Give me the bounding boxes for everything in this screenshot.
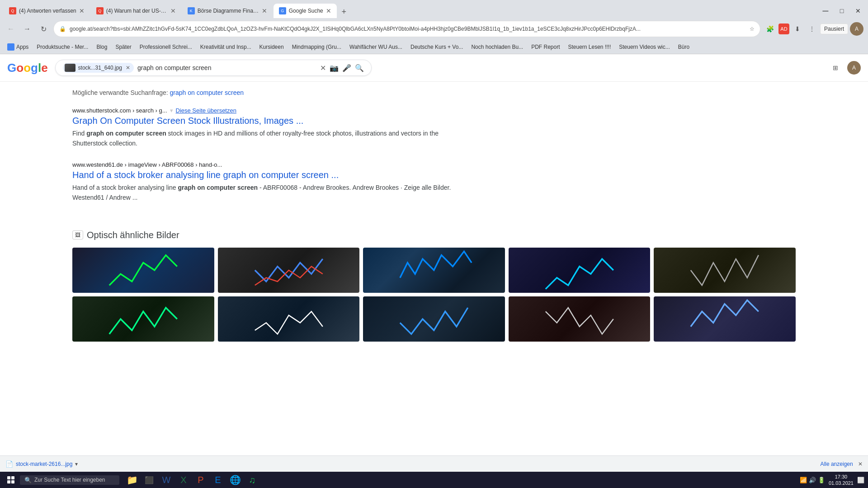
tab-1-title: (4) Antworten verfassen xyxy=(19,8,76,14)
extensions-button[interactable]: 🧩 xyxy=(764,23,777,35)
minimize-button[interactable]: ─ xyxy=(819,5,832,17)
menu-button[interactable]: ⋮ xyxy=(806,23,818,35)
bookmark-kreativitaet[interactable]: Kreativität und Insp... xyxy=(197,42,255,52)
reload-button[interactable]: ↻ xyxy=(37,23,50,35)
taskbar-app-edge[interactable]: E xyxy=(211,473,225,487)
profile-avatar[interactable]: A xyxy=(850,22,863,36)
bookmark-blog[interactable]: Blog xyxy=(93,42,111,52)
similar-image-9[interactable] xyxy=(509,296,651,342)
bookmark-buero[interactable]: Büro xyxy=(675,42,693,52)
user-avatar[interactable]: A xyxy=(847,61,861,75)
camera-search-icon[interactable]: 📷 xyxy=(330,64,339,72)
bookmark-deutsche-kurs[interactable]: Deutsche Kurs + Vo... xyxy=(407,42,467,52)
result-2-site-text: www.westend61.de › imageView › ABRF00068… xyxy=(72,161,222,168)
similar-images-section: 🖼 Optisch ähnliche Bilder xyxy=(0,223,868,352)
google-logo: G o o g l e xyxy=(7,61,48,75)
result-1-translate-link[interactable]: Diese Seite übersetzen xyxy=(176,107,236,114)
forward-button[interactable]: → xyxy=(21,23,33,35)
word-icon: W xyxy=(162,475,171,485)
bookmark-pdf-report[interactable]: PDF Report xyxy=(528,42,563,52)
similar-image-4[interactable] xyxy=(509,248,651,293)
tab-3-close[interactable]: ✕ xyxy=(262,7,267,14)
tab-4-active[interactable]: G Google Suche ✕ xyxy=(274,4,337,18)
bookmark-spaeter[interactable]: Später xyxy=(112,42,135,52)
taskbar-clock[interactable]: 17:30 01.03.2021 xyxy=(829,474,854,487)
lock-icon: 🔒 xyxy=(59,26,66,32)
bookmark-produktsuche[interactable]: Produktsuche - Mer... xyxy=(33,42,92,52)
new-tab-button[interactable]: + xyxy=(338,5,350,18)
adblocker-icon[interactable]: AD xyxy=(778,23,789,34)
taskbar-app-chrome[interactable]: 🌐 xyxy=(228,473,242,487)
result-2-title-link[interactable]: Hand of a stock broker analysing line gr… xyxy=(72,169,470,181)
result-1-snippet-text1: Find xyxy=(72,130,86,137)
taskbar-app-taskview[interactable]: ⬛ xyxy=(142,473,156,487)
search-box[interactable]: stock...31_640.jpg ✕ ✕ 📷 🎤 🔍 xyxy=(55,60,372,76)
download-caret-icon[interactable]: ▾ xyxy=(75,461,78,467)
related-query: Mögliche verwandte Suchanfrage: graph on… xyxy=(72,89,470,96)
pause-button[interactable]: Pausiert xyxy=(820,23,848,34)
similar-image-5[interactable] xyxy=(654,248,796,293)
bookmark-apps[interactable]: Apps xyxy=(4,42,32,52)
taskbar-date-text: 01.03.2021 xyxy=(829,480,854,486)
similar-image-7[interactable] xyxy=(218,296,360,342)
taskbar-app-word[interactable]: W xyxy=(159,473,174,487)
similar-image-10[interactable] xyxy=(654,296,796,342)
volume-icon[interactable]: 🔊 xyxy=(809,477,816,483)
bookmark-mindmapping[interactable]: Mindmapping (Gru... xyxy=(288,42,345,52)
taskbar-app-excel[interactable]: X xyxy=(176,473,191,487)
back-button[interactable]: ← xyxy=(5,23,17,35)
bookmark-kursideen[interactable]: Kursideen xyxy=(256,42,288,52)
tab-2-favicon: Q xyxy=(96,7,104,14)
similar-image-3[interactable] xyxy=(363,248,505,293)
mic-search-icon[interactable]: 🎤 xyxy=(342,64,351,72)
start-button[interactable] xyxy=(4,473,18,487)
clear-search-icon[interactable]: ✕ xyxy=(320,64,326,72)
apps-grid-icon[interactable]: ⊞ xyxy=(829,61,842,74)
bookmark-hochladen-label: Noch hochladen Bu... xyxy=(471,44,523,50)
close-button[interactable]: ✕ xyxy=(852,5,864,17)
related-query-link[interactable]: graph on computer screen xyxy=(170,89,244,96)
similar-image-8[interactable] xyxy=(363,296,505,342)
search-submit-icon[interactable]: 🔍 xyxy=(355,64,364,72)
image-search-chip[interactable]: stock...31_640.jpg ✕ xyxy=(63,63,134,73)
result-2-site: www.westend61.de › imageView › ABRF00068… xyxy=(72,161,470,168)
bookmark-steuern-videos[interactable]: Steuern Videos wic... xyxy=(615,42,674,52)
download-icon[interactable]: ⬇ xyxy=(791,23,804,35)
tab-2[interactable]: Q (4) Warum hat der US-Aktienm... ✕ xyxy=(91,4,181,18)
taskbar-app-file-explorer[interactable]: 📁 xyxy=(125,473,139,487)
battery-icon[interactable]: 🔋 xyxy=(818,477,825,483)
image-chip-close-icon[interactable]: ✕ xyxy=(126,65,130,71)
taskbar-search[interactable]: 🔍 Zur Suche Text hier eingeben xyxy=(20,475,119,485)
bookmark-wahlfaecher[interactable]: Wahlfächer WU Aus... xyxy=(346,42,406,52)
similar-image-2[interactable] xyxy=(218,248,360,293)
similar-image-6[interactable] xyxy=(72,296,214,342)
similar-image-10-preview xyxy=(654,296,796,342)
maximize-button[interactable]: □ xyxy=(835,5,848,17)
address-bar[interactable]: 🔒 google.at/search?tbs=sbi:AMhZZitc1hGvF… xyxy=(53,21,760,37)
bookmark-star-icon[interactable]: ☆ xyxy=(750,26,755,32)
similar-image-5-preview xyxy=(654,248,796,293)
taskbar-app-spotify[interactable]: ♫ xyxy=(245,473,259,487)
tab-4-close[interactable]: ✕ xyxy=(326,7,331,14)
similar-image-1[interactable] xyxy=(72,248,214,293)
search-input[interactable] xyxy=(137,64,316,71)
result-1-title-link[interactable]: Graph On Computer Screen Stock Illustrat… xyxy=(72,115,470,127)
close-download-bar-icon[interactable]: ✕ xyxy=(858,461,863,467)
image-chip-label: stock...31_640.jpg xyxy=(78,65,122,71)
taskbar-app-powerpoint[interactable]: P xyxy=(193,473,208,487)
tab-1[interactable]: Q (4) Antworten verfassen ✕ xyxy=(4,4,90,18)
show-all-downloads[interactable]: Alle anzeigen ✕ xyxy=(821,461,863,467)
bookmark-kreativitaet-label: Kreativität und Insp... xyxy=(200,44,251,50)
bookmark-professionell[interactable]: Professionell Schrei... xyxy=(136,42,196,52)
bookmark-kursideen-label: Kursideen xyxy=(259,44,284,50)
bookmark-hochladen[interactable]: Noch hochladen Bu... xyxy=(467,42,527,52)
tab-3[interactable]: K Börse Diagramme Finanzen - Ko... ✕ xyxy=(182,4,273,18)
bookmark-steuern-lesen[interactable]: Steuern Lesen !!!! xyxy=(564,42,614,52)
download-file-icon: 📄 xyxy=(5,460,13,468)
taskview-icon: ⬛ xyxy=(145,476,154,484)
download-filename[interactable]: stock-market-2616...jpg xyxy=(16,461,72,467)
show-desktop-button[interactable]: ⬜ xyxy=(857,477,864,483)
tab-2-close[interactable]: ✕ xyxy=(170,7,176,14)
network-icon[interactable]: 📶 xyxy=(800,477,807,483)
tab-1-close[interactable]: ✕ xyxy=(79,7,85,14)
